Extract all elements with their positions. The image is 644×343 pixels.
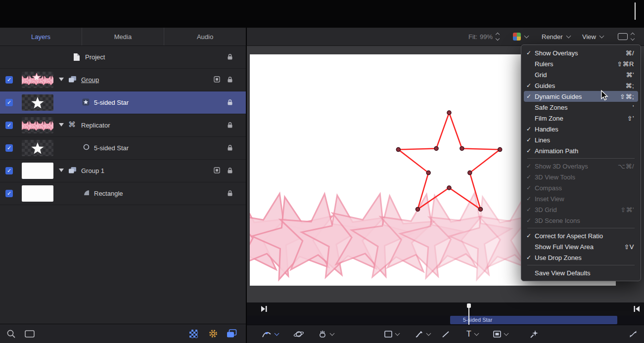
lock-icon[interactable]	[227, 190, 233, 197]
adjust-wand-tool[interactable]	[530, 325, 539, 343]
disclosure-triangle[interactable]	[59, 169, 64, 172]
visibility-checkbox[interactable]: ✓	[5, 99, 13, 106]
layer-row-replicator[interactable]: ✓ ⌘ Replicator	[0, 114, 246, 137]
line-tool[interactable]	[442, 325, 450, 343]
layer-row-5-sided-star-source[interactable]: ✓ 5-sided Star	[0, 137, 246, 160]
paint-stroke-tool[interactable]	[415, 325, 430, 343]
menu-item[interactable]: ✓ 3D Grid ⇧⌘'	[524, 204, 638, 215]
hand-icon	[318, 330, 327, 339]
menu-item[interactable]: ✓ Show Overlays ⌘/	[524, 47, 638, 58]
star-control-point[interactable]	[434, 146, 438, 150]
filter-panel-icon[interactable]	[25, 330, 35, 338]
chevron-down-icon	[599, 34, 604, 39]
star-control-point[interactable]	[479, 207, 483, 211]
layer-label: 5-sided Star	[94, 99, 129, 106]
menu-item[interactable]: ✓ Lines	[524, 134, 638, 145]
render-menu-button[interactable]: Render	[542, 28, 570, 45]
tab-layers[interactable]: Layers	[0, 28, 82, 45]
menu-item[interactable]: ✓ Animation Path	[524, 145, 638, 156]
blend-icon[interactable]	[214, 76, 220, 83]
display-options-button[interactable]	[618, 28, 634, 45]
visibility-checkbox[interactable]: ✓	[5, 76, 13, 84]
layer-row-group-1[interactable]: ✓ Group 1	[0, 160, 246, 182]
star-control-point[interactable]	[416, 207, 420, 211]
window-edge-tick	[635, 2, 636, 20]
blend-icon[interactable]	[214, 167, 220, 173]
lock-icon[interactable]	[227, 99, 233, 106]
mask-tool[interactable]	[493, 325, 508, 343]
edit-points-tool[interactable]	[262, 325, 278, 343]
layers-footer-bar	[0, 324, 246, 343]
menu-item[interactable]: ✓ Handles	[524, 124, 638, 134]
canvas-toolbar: T	[246, 325, 644, 343]
search-icon[interactable]	[6, 329, 16, 339]
star-control-point[interactable]	[396, 148, 400, 152]
timebar-clip[interactable]: 5-sided Star	[450, 316, 617, 324]
panels-icon[interactable]	[227, 329, 237, 338]
visibility-checkbox[interactable]: ✓	[5, 190, 13, 197]
visibility-checkbox[interactable]: ✓	[5, 167, 13, 174]
mini-timeline[interactable]	[246, 302, 644, 315]
gear-icon[interactable]	[208, 329, 218, 339]
menu-item[interactable]: ✓ Guides ⌘;	[524, 80, 638, 91]
star-control-point[interactable]	[426, 171, 430, 175]
canvas-header: Fit: 99% Render View	[246, 28, 644, 46]
star-control-point[interactable]	[447, 186, 451, 190]
star-control-point[interactable]	[498, 148, 502, 152]
render-label: Render	[542, 33, 563, 41]
lock-icon[interactable]	[227, 167, 233, 174]
layer-row-group[interactable]: ✓ Group	[0, 69, 246, 91]
playhead[interactable]	[468, 303, 469, 325]
layer-thumbnail	[22, 94, 53, 111]
play-range-in-marker[interactable]	[261, 305, 268, 312]
tab-media[interactable]: Media	[82, 28, 164, 45]
menu-item[interactable]: ✓ Dynamic Guides ⇧⌘;	[524, 91, 638, 102]
layer-row-rectangle[interactable]: ✓ Rectangle	[0, 182, 246, 205]
lock-icon[interactable]	[227, 122, 233, 129]
star-control-point[interactable]	[460, 146, 464, 150]
star-control-point[interactable]	[468, 171, 472, 175]
menu-item[interactable]: ✓ 3D Scene Icons	[524, 215, 638, 226]
menu-item[interactable]: ✓ Inset View	[524, 193, 638, 204]
star-thumbnail-art	[22, 140, 53, 156]
disclosure-triangle[interactable]	[59, 78, 64, 81]
layer-row-5-sided-star[interactable]: ✓ 5-sided Star	[0, 91, 246, 114]
menu-item[interactable]: ✓ 3D View Tools	[524, 172, 638, 182]
visibility-checkbox[interactable]: ✓	[5, 122, 13, 129]
tab-audio[interactable]: Audio	[164, 28, 246, 45]
disclosure-triangle[interactable]	[59, 123, 64, 127]
selected-star-outline[interactable]	[398, 113, 500, 209]
lock-icon[interactable]	[227, 53, 233, 60]
layer-label: Replicator	[81, 122, 110, 129]
fit-label: Fit:	[468, 33, 477, 41]
text-tool[interactable]: T	[466, 325, 478, 343]
menu-item-shortcut: '	[633, 104, 634, 111]
menu-item[interactable]: ✓ Compass	[524, 182, 638, 193]
layer-row-project[interactable]: Project	[0, 46, 246, 69]
play-range-out-marker[interactable]	[633, 305, 640, 312]
resize-handle[interactable]	[629, 325, 637, 343]
pan-tool[interactable]	[318, 325, 334, 343]
menu-item[interactable]: ✓ Correct for Aspect Ratio	[524, 230, 638, 241]
channels-swatch-control[interactable]	[513, 28, 528, 45]
menu-item[interactable]: ✓ Use Drop Zones	[524, 252, 638, 263]
menu-item[interactable]: Grid ⌘'	[524, 69, 638, 80]
menu-item[interactable]: ✓ Show 3D Overlays ⌥⌘/	[524, 161, 638, 172]
visibility-checkbox[interactable]: ✓	[5, 144, 13, 152]
fit-zoom-control[interactable]: Fit: 99%	[468, 28, 499, 45]
menu-item[interactable]: Film Zone ⇧'	[524, 113, 638, 124]
menu-item[interactable]: Rulers ⇧⌘R	[524, 58, 638, 69]
menu-item[interactable]: Save View Defaults	[524, 267, 638, 278]
menu-group-overlays: ✓ Show Overlays ⌘/ Rulers ⇧⌘R Grid ⌘'	[521, 47, 641, 156]
view-menu-button[interactable]: View	[582, 28, 603, 45]
menu-item[interactable]: Safe Zones '	[524, 102, 638, 113]
stepper-icon	[496, 33, 499, 40]
transparency-checker-icon[interactable]	[189, 330, 198, 338]
menu-item-label: Show Full View Area	[535, 243, 618, 251]
lock-icon[interactable]	[227, 76, 233, 83]
star-control-point[interactable]	[447, 111, 451, 115]
lock-icon[interactable]	[227, 144, 233, 151]
orbit-3d-tool[interactable]	[293, 325, 304, 343]
menu-item[interactable]: Show Full View Area ⇧V	[524, 241, 638, 252]
shape-tool[interactable]	[384, 325, 399, 343]
